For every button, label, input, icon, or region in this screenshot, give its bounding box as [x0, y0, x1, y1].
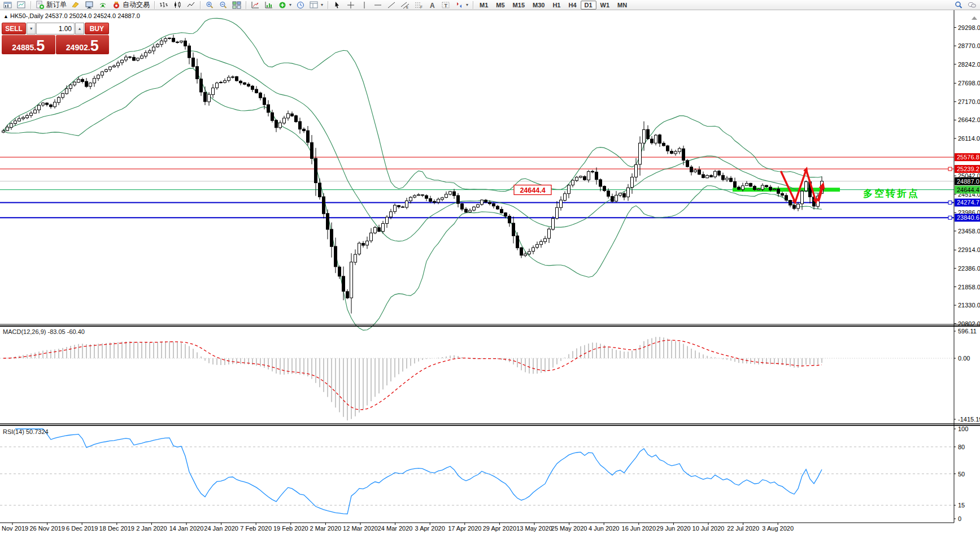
- text-button[interactable]: A: [425, 0, 439, 10]
- volume-decrease-button[interactable]: ▼: [27, 23, 36, 34]
- cursor-icon: [333, 1, 342, 10]
- chat-icon: [968, 1, 977, 10]
- vertical-line-icon: [360, 1, 369, 10]
- chat-button[interactable]: [965, 0, 979, 10]
- indicator-list-icon: [264, 1, 273, 10]
- crosshair-button[interactable]: [344, 0, 358, 10]
- ohlc-close: 24887.0: [117, 12, 140, 19]
- date-label: 12 Mar 2020: [343, 525, 378, 532]
- trendline-icon: [387, 1, 396, 10]
- signal-button[interactable]: [96, 0, 110, 10]
- price-badge-label: 24644.4: [957, 186, 979, 193]
- axis-tick-label: 21330.0: [958, 302, 980, 309]
- date-label: 22 Jul 2020: [727, 525, 759, 532]
- search-button[interactable]: [952, 0, 965, 10]
- horizontal-line-icon: [373, 1, 382, 10]
- buy-button[interactable]: BUY: [85, 23, 109, 34]
- crosshair-icon: [346, 1, 355, 10]
- date-label: 18 Dec 2019: [99, 525, 134, 532]
- fibonacci-button[interactable]: F: [412, 0, 425, 10]
- zoom-out-button[interactable]: [216, 0, 230, 10]
- sell-price-frac: 5: [36, 38, 45, 54]
- sell-price: 24885: [12, 41, 34, 54]
- rsi-axis-label: 15: [958, 502, 965, 509]
- macd-pane[interactable]: [0, 327, 954, 423]
- expert-advisor-icon: [85, 1, 94, 10]
- expert-advisor-button[interactable]: [82, 0, 96, 10]
- timeframe-button-m30[interactable]: M30: [529, 1, 548, 10]
- rsi-pane[interactable]: [0, 426, 954, 523]
- candle-chart-type-icon: [173, 1, 182, 10]
- indicators-icon: [251, 1, 260, 10]
- toolbar: 新订单自动交易▾▾EFAT▾M1M5M15M30H1H4D1W1MN: [0, 0, 980, 10]
- bar-chart-type-button[interactable]: [157, 0, 171, 10]
- chart-window-button[interactable]: [1, 0, 15, 10]
- arrows-dropdown-icon[interactable]: ▾: [466, 2, 468, 7]
- cursor-button[interactable]: [330, 0, 344, 10]
- svg-text:F: F: [420, 5, 423, 9]
- horizontal-line-button[interactable]: [371, 0, 385, 10]
- timeframe-button-h4[interactable]: H4: [564, 1, 580, 10]
- vertical-line-button[interactable]: [358, 0, 371, 10]
- volume-increase-button[interactable]: ▲: [75, 23, 84, 34]
- axis-tick-label: 29298.0: [958, 24, 980, 31]
- date-label: 4 Nov 2019: [0, 525, 28, 532]
- templates-dropdown-icon[interactable]: ▾: [321, 2, 323, 7]
- price-badge-label: 25239.2: [957, 166, 979, 172]
- zoom-in-button[interactable]: [203, 0, 216, 10]
- autotrade-label: 自动交易: [123, 0, 150, 10]
- price-badge-label: 25576.8: [957, 154, 979, 160]
- date-label: 14 Jan 2020: [169, 525, 204, 532]
- highlighter-icon: [71, 1, 80, 10]
- timeframe-button-w1[interactable]: W1: [596, 1, 614, 10]
- main-chart-pane[interactable]: [0, 10, 954, 324]
- market-watch-button[interactable]: [15, 0, 28, 10]
- indicators-button[interactable]: [249, 0, 262, 10]
- trendline-button[interactable]: [385, 0, 398, 10]
- arrows-button[interactable]: ▾: [452, 0, 471, 10]
- chart-window-icon: [3, 1, 12, 10]
- clock-button[interactable]: [294, 0, 307, 10]
- timeframe-button-m1[interactable]: M1: [476, 1, 492, 10]
- tile-windows-button[interactable]: [230, 0, 243, 10]
- autotrade-icon: [112, 1, 121, 10]
- text-label-button[interactable]: T: [439, 0, 452, 10]
- templates-button[interactable]: ▾: [307, 0, 325, 10]
- line-chart-type-button[interactable]: [184, 0, 198, 10]
- sell-button[interactable]: SELL: [2, 23, 26, 34]
- price-badge-label: 23840.6: [957, 214, 979, 221]
- timeframe-button-d1[interactable]: D1: [581, 1, 596, 10]
- date-label: 29 Jun 2020: [656, 525, 691, 532]
- collapse-arrow-icon[interactable]: ▲: [3, 14, 8, 19]
- highlighter-button[interactable]: [69, 0, 82, 10]
- rsi-axis-label: 100: [958, 426, 968, 432]
- zoom-in-icon: [205, 1, 214, 10]
- rsi-axis-label: 80: [958, 444, 965, 450]
- add-indicator-button[interactable]: ▾: [276, 0, 294, 10]
- date-label: 3 Apr 2020: [415, 525, 445, 532]
- buy-price: 24902: [66, 41, 88, 54]
- sell-price-panel[interactable]: 24885.5: [2, 35, 55, 54]
- timeframe-button-h1[interactable]: H1: [548, 1, 564, 10]
- indicator-list-button[interactable]: [262, 0, 276, 10]
- autotrade-button[interactable]: 自动交易: [110, 0, 152, 10]
- timeframe-button-m15[interactable]: M15: [509, 1, 529, 10]
- axis-tick-label: 28242.0: [958, 61, 980, 68]
- date-label: 4 Jun 2020: [589, 525, 619, 532]
- timeframe-button-mn[interactable]: MN: [613, 1, 631, 10]
- buy-price-panel[interactable]: 24902.5: [56, 35, 110, 54]
- arrows-icon: [455, 1, 464, 10]
- volume-input[interactable]: [36, 23, 75, 34]
- ohlc-open: 24537.0: [45, 12, 68, 19]
- equidistant-channel-button[interactable]: E: [398, 0, 412, 10]
- add-indicator-dropdown-icon[interactable]: ▾: [289, 2, 291, 7]
- date-label: 24 Mar 2020: [378, 525, 413, 532]
- trading-platform-window: 新订单自动交易▾▾EFAT▾M1M5M15M30H1H4D1W1MN ▲ HK5…: [0, 0, 980, 534]
- new-order-button[interactable]: 新订单: [33, 0, 69, 10]
- timeframe-button-m5[interactable]: M5: [492, 1, 508, 10]
- toolbar-separator: [246, 1, 246, 9]
- candle-chart-type-button[interactable]: [171, 0, 184, 10]
- add-indicator-icon: [278, 1, 287, 10]
- toolbar-separator: [31, 1, 31, 9]
- market-watch-icon: [17, 1, 26, 10]
